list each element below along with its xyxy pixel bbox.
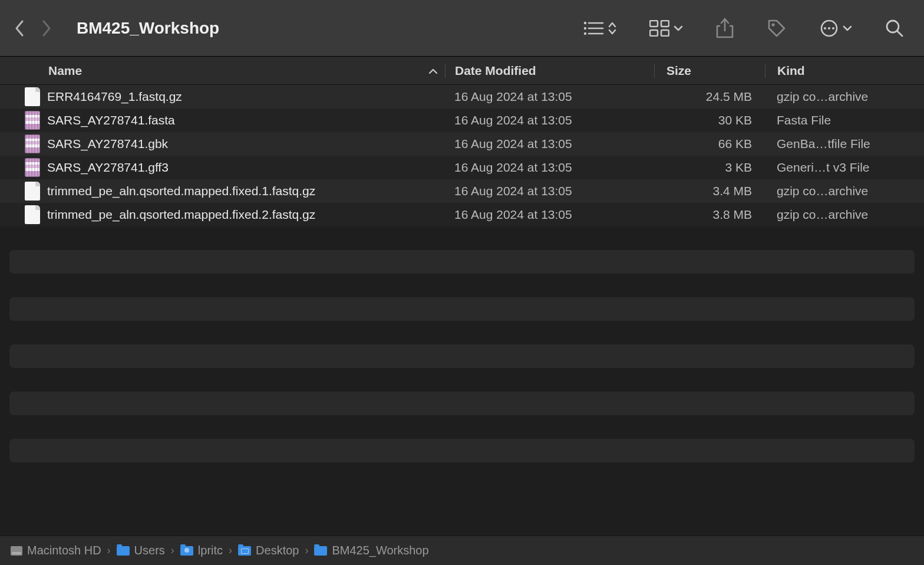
file-row[interactable]: trimmed_pe_aln.qsorted.mapped.fixed.2.fa…: [0, 203, 924, 226]
share-icon[interactable]: [716, 18, 734, 39]
empty-row: [9, 439, 915, 462]
empty-row: [0, 226, 924, 250]
file-row[interactable]: ERR4164769_1.fastq.gz16 Aug 2024 at 13:0…: [0, 85, 924, 109]
file-size-cell: 3.4 MB: [654, 184, 765, 198]
file-kind-cell: gzip co…archive: [765, 184, 924, 198]
svg-point-15: [832, 27, 834, 29]
svg-point-0: [584, 21, 586, 24]
window-title: BM425_Workshop: [77, 19, 219, 38]
file-date-cell: 16 Aug 2024 at 13:05: [445, 90, 654, 104]
svg-rect-8: [650, 30, 658, 36]
file-date-cell: 16 Aug 2024 at 13:05: [445, 160, 654, 175]
file-date-cell: 16 Aug 2024 at 13:05: [445, 208, 654, 222]
svg-rect-6: [650, 21, 658, 27]
path-item-label: Macintosh HD: [27, 544, 101, 557]
empty-row: [0, 274, 924, 297]
column-date[interactable]: Date Modified: [445, 64, 654, 78]
document-file-icon: [25, 205, 40, 224]
path-item[interactable]: lpritc: [180, 544, 223, 557]
file-name-cell: SARS_AY278741.gff3: [0, 158, 445, 177]
search-icon[interactable]: [885, 19, 904, 38]
view-list-icon[interactable]: [583, 20, 616, 37]
chevron-right-icon: ›: [171, 544, 174, 557]
file-name-label: trimmed_pe_aln.qsorted.mapped.fixed.2.fa…: [47, 208, 315, 222]
svg-rect-9: [661, 30, 669, 36]
file-kind-cell: GenBa…tfile File: [765, 137, 924, 151]
svg-point-2: [584, 27, 586, 29]
toolbar-actions: [583, 18, 910, 39]
file-name-label: SARS_AY278741.gff3: [47, 160, 169, 175]
empty-row: [9, 297, 915, 321]
file-date-cell: 16 Aug 2024 at 13:05: [445, 184, 654, 198]
file-name-label: ERR4164769_1.fastq.gz: [47, 90, 182, 104]
file-kind-cell: gzip co…archive: [765, 90, 924, 104]
tag-icon[interactable]: [767, 18, 787, 38]
file-name-label: SARS_AY278741.fasta: [47, 113, 175, 127]
toolbar: BM425_Workshop: [0, 0, 924, 57]
file-name-cell: SARS_AY278741.gbk: [0, 134, 445, 153]
path-item[interactable]: Desktop: [238, 544, 299, 557]
home-folder-icon: [180, 546, 193, 556]
document-file-icon: [25, 182, 40, 201]
path-item[interactable]: BM425_Workshop: [314, 544, 428, 557]
file-row[interactable]: SARS_AY278741.gbk16 Aug 2024 at 13:0566 …: [0, 132, 924, 156]
path-item[interactable]: Macintosh HD: [11, 544, 101, 557]
path-item[interactable]: Users: [117, 544, 165, 557]
file-row[interactable]: SARS_AY278741.fasta16 Aug 2024 at 13:053…: [0, 109, 924, 132]
chevron-right-icon: ›: [107, 544, 111, 557]
file-name-cell: trimmed_pe_aln.qsorted.mapped.fixed.1.fa…: [0, 182, 445, 201]
empty-row: [0, 415, 924, 439]
forward-icon[interactable]: [41, 19, 52, 37]
column-name[interactable]: Name: [0, 64, 445, 78]
path-bar: Macintosh HD›Users›lpritc›Desktop›BM425_…: [0, 536, 924, 565]
back-icon[interactable]: [14, 19, 25, 37]
file-size-cell: 30 KB: [654, 113, 765, 127]
file-name-label: trimmed_pe_aln.qsorted.mapped.fixed.1.fa…: [47, 184, 315, 198]
column-kind[interactable]: Kind: [765, 64, 924, 78]
path-item-label: Users: [134, 544, 165, 557]
folder-icon: [117, 546, 130, 556]
column-size-label: Size: [666, 64, 691, 77]
file-name-cell: SARS_AY278741.fasta: [0, 111, 445, 130]
file-size-cell: 3.8 MB: [654, 208, 765, 222]
disk-icon: [11, 546, 22, 556]
chevron-right-icon: ›: [305, 544, 308, 557]
svg-point-13: [824, 27, 826, 29]
file-row[interactable]: SARS_AY278741.gff316 Aug 2024 at 13:053 …: [0, 156, 924, 179]
column-size[interactable]: Size: [654, 64, 765, 78]
svg-point-4: [584, 32, 586, 34]
empty-row: [9, 392, 915, 415]
file-size-cell: 24.5 MB: [654, 90, 765, 104]
folder-icon: [314, 546, 327, 556]
empty-row: [9, 344, 915, 368]
path-item-label: Desktop: [256, 544, 299, 557]
chevron-right-icon: ›: [229, 544, 232, 557]
file-kind-cell: Fasta File: [765, 113, 924, 127]
file-name-cell: ERR4164769_1.fastq.gz: [0, 87, 445, 106]
file-size-cell: 3 KB: [654, 160, 765, 175]
file-kind-cell: gzip co…archive: [765, 208, 924, 222]
sort-ascending-icon: [428, 64, 438, 78]
file-row[interactable]: trimmed_pe_aln.qsorted.mapped.fixed.1.fa…: [0, 179, 924, 203]
path-item-label: BM425_Workshop: [332, 544, 428, 557]
path-item-label: lpritc: [198, 544, 223, 557]
desktop-folder-icon: [238, 546, 251, 556]
file-date-cell: 16 Aug 2024 at 13:05: [445, 113, 654, 127]
more-icon[interactable]: [820, 19, 852, 38]
empty-row: [9, 250, 915, 274]
svg-point-11: [771, 23, 774, 26]
empty-row: [0, 321, 924, 344]
file-date-cell: 16 Aug 2024 at 13:05: [445, 137, 654, 151]
svg-point-16: [887, 21, 899, 32]
sequence-file-icon: [25, 158, 40, 177]
svg-rect-7: [661, 21, 669, 27]
column-kind-label: Kind: [777, 64, 805, 77]
sequence-file-icon: [25, 134, 40, 153]
column-header: Name Date Modified Size Kind: [0, 57, 924, 85]
empty-row: [0, 368, 924, 392]
file-name-cell: trimmed_pe_aln.qsorted.mapped.fixed.2.fa…: [0, 205, 445, 224]
view-grid-icon[interactable]: [649, 20, 683, 37]
file-name-label: SARS_AY278741.gbk: [47, 137, 168, 151]
column-date-label: Date Modified: [455, 64, 536, 77]
document-file-icon: [25, 87, 40, 106]
